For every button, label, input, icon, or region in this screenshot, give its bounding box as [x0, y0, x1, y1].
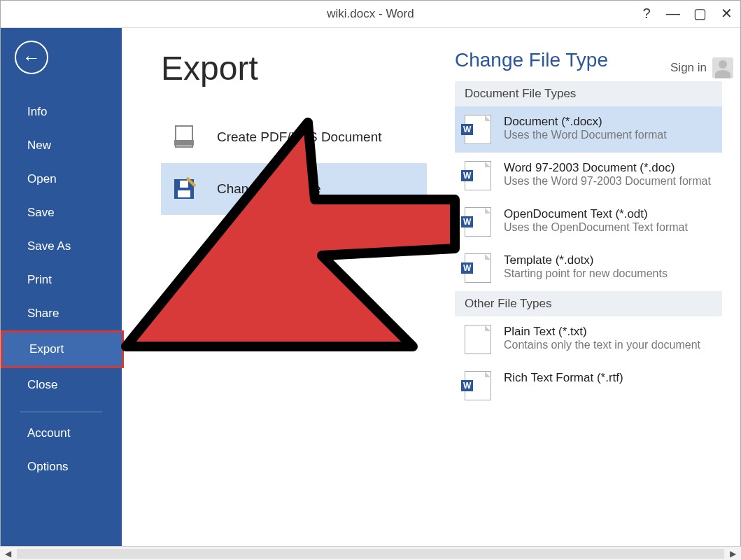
sidebar-item-share[interactable]: Share: [1, 297, 122, 330]
file-type-txt[interactable]: Plain Text (*.txt) Contains only the tex…: [455, 316, 722, 363]
file-type-name: Rich Text Format (*.rtf): [504, 371, 623, 385]
word-doc-icon: W: [465, 253, 491, 283]
horizontal-scrollbar[interactable]: ◀ ▶: [0, 546, 741, 560]
minimize-button[interactable]: —: [665, 6, 682, 22]
file-type-rtf[interactable]: W Rich Text Format (*.rtf): [455, 363, 722, 409]
group-other-file-types: Other File Types: [455, 291, 722, 316]
file-type-name: Template (*.dotx): [504, 253, 668, 267]
scroll-right-icon[interactable]: ▶: [727, 549, 739, 559]
pdf-icon: [171, 124, 197, 150]
word-doc-icon: W: [465, 115, 491, 144]
sidebar-item-export[interactable]: Export: [1, 330, 124, 368]
word-doc-icon: W: [465, 161, 491, 190]
file-type-docx[interactable]: W Document (*.docx) Uses the Word Docume…: [455, 106, 722, 153]
option-change-file-type[interactable]: Change File Type: [161, 163, 427, 215]
file-type-desc: Uses the Word Document format: [504, 129, 667, 141]
option-label: Create PDF/XPS Document: [217, 130, 381, 145]
file-type-desc: Contains only the text in your document: [504, 339, 700, 351]
option-label: Change File Type: [217, 181, 321, 197]
file-sidebar: ← Info New Open Save Save As Print Share…: [1, 28, 122, 559]
sign-in-label: Sign in: [670, 61, 707, 75]
scroll-left-icon[interactable]: ◀: [2, 549, 14, 559]
back-button[interactable]: ←: [15, 41, 48, 74]
page-title: Export: [161, 49, 427, 88]
file-type-desc: Starting point for new documents: [504, 267, 668, 280]
file-type-odt[interactable]: W OpenDocument Text (*.odt) Uses the Ope…: [455, 199, 722, 245]
file-type-dotx[interactable]: W Template (*.dotx) Starting point for n…: [455, 245, 722, 291]
text-doc-icon: [465, 325, 491, 354]
sidebar-item-close[interactable]: Close: [1, 368, 122, 402]
svg-rect-3: [178, 190, 190, 197]
sidebar-item-save-as[interactable]: Save As: [1, 230, 122, 263]
sidebar-item-save[interactable]: Save: [1, 196, 122, 230]
sidebar-item-print[interactable]: Print: [1, 263, 122, 297]
save-as-icon: [171, 176, 197, 202]
word-doc-icon: W: [465, 371, 491, 400]
file-type-doc[interactable]: W Word 97-2003 Document (*.doc) Uses the…: [455, 153, 722, 199]
sidebar-item-open[interactable]: Open: [1, 162, 122, 196]
maximize-button[interactable]: ▢: [691, 5, 708, 22]
sidebar-item-account[interactable]: Account: [1, 416, 122, 450]
file-type-desc: Uses the OpenDocument Text format: [504, 221, 688, 234]
file-type-name: OpenDocument Text (*.odt): [504, 207, 688, 221]
help-icon[interactable]: ?: [638, 6, 655, 22]
title-bar: wiki.docx - Word ? — ▢ ✕: [1, 1, 740, 28]
window-title: wiki.docx - Word: [327, 7, 414, 21]
file-type-name: Plain Text (*.txt): [504, 325, 700, 339]
group-document-file-types: Document File Types: [455, 81, 722, 106]
sidebar-item-info[interactable]: Info: [1, 95, 122, 129]
file-type-desc: Uses the Word 97-2003 Document format: [504, 175, 711, 188]
file-type-name: Word 97-2003 Document (*.doc): [504, 161, 711, 175]
word-doc-icon: W: [465, 207, 491, 237]
option-create-pdf-xps[interactable]: Create PDF/XPS Document: [161, 111, 427, 163]
sidebar-item-new[interactable]: New: [1, 129, 122, 162]
avatar-icon: [712, 57, 733, 78]
sidebar-separator: [20, 412, 102, 412]
file-type-name: Document (*.docx): [504, 115, 667, 129]
svg-rect-1: [174, 140, 194, 146]
svg-rect-4: [180, 181, 188, 188]
sidebar-item-options[interactable]: Options: [1, 450, 122, 484]
close-button[interactable]: ✕: [718, 5, 735, 22]
sign-in-link[interactable]: Sign in: [670, 57, 733, 78]
scroll-thumb[interactable]: [17, 549, 724, 559]
